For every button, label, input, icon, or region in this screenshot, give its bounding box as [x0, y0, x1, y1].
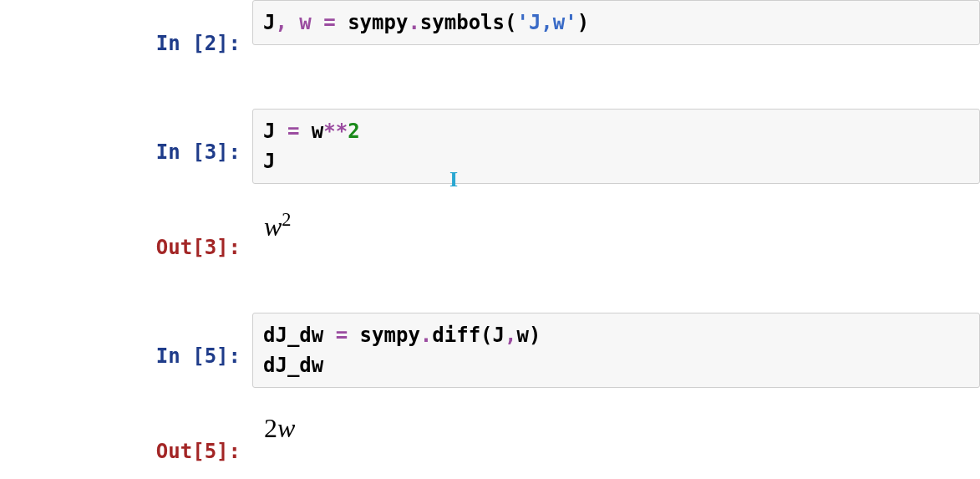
prompt-in-5: In [5]:: [15, 313, 252, 400]
prompt-in-2: In [2]:: [15, 0, 252, 87]
code-input-2[interactable]: J, w = sympy.symbols('J,w'): [252, 0, 980, 45]
cell-3: In [3]: J = w**2 J I Out[3]: w2: [15, 109, 980, 291]
cell-in-2: In [2]: J, w = sympy.symbols('J,w'): [15, 0, 980, 87]
prompt-out-3: Out[3]:: [15, 204, 252, 291]
code-input-3[interactable]: J = w**2 J: [252, 109, 980, 184]
prompt-in-3: In [3]:: [15, 109, 252, 196]
output-3: w2: [252, 204, 980, 247]
notebook: In [2]: J, w = sympy.symbols('J,w') In […: [0, 0, 980, 479]
code-input-5[interactable]: dJ_dw = sympy.diff(J,w) dJ_dw: [252, 313, 980, 388]
prompt-out-5: Out[5]:: [15, 408, 252, 479]
cell-5: In [5]: dJ_dw = sympy.diff(J,w) dJ_dw Ou…: [15, 313, 980, 479]
output-5: 2w: [252, 408, 980, 449]
